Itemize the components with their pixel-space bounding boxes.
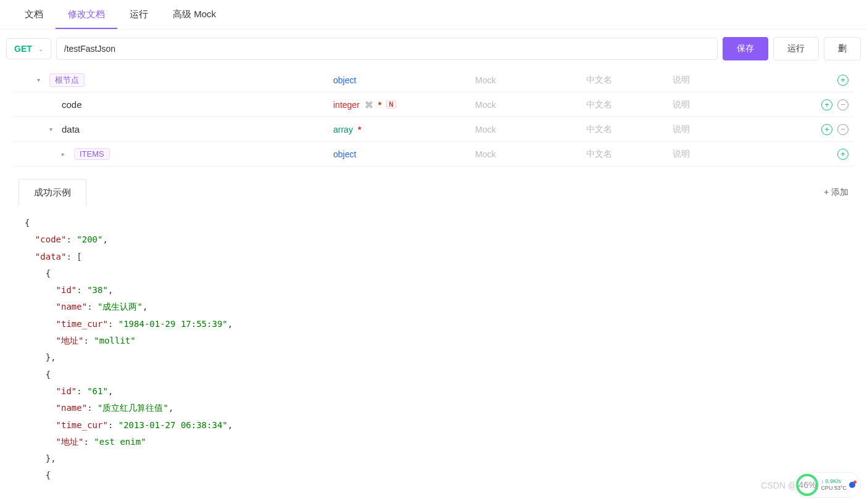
perf-monitor[interactable]: 46% ↓ 0.9K/s CPU 53°C [794, 472, 861, 493]
chevron-down-icon: ⌄ [38, 46, 43, 52]
tab-3[interactable]: 高级 Mock [160, 0, 228, 29]
mock-cell[interactable]: Mock [475, 125, 586, 134]
add-field-icon[interactable]: + [821, 124, 832, 135]
mock-cell[interactable]: Mock [475, 149, 586, 159]
schema-type[interactable]: array [333, 125, 353, 134]
http-method-value: GET [14, 44, 32, 54]
perf-indicator-icon [849, 482, 855, 488]
required-star-icon: * [378, 100, 381, 110]
schema-row: codeinteger⌘*NMock中文名说明+− [12, 93, 855, 117]
delete-button[interactable]: 删 [824, 37, 861, 60]
mock-cell[interactable]: Mock [475, 100, 586, 110]
tab-2[interactable]: 运行 [117, 0, 160, 29]
perf-stats: ↓ 0.9K/s CPU 53°C [821, 478, 847, 492]
example-tab[interactable]: 成功示例 [19, 179, 86, 206]
desc-cell[interactable]: 说明 [673, 99, 821, 110]
schema-row: ▾根节点objectMock中文名说明+ [12, 68, 855, 93]
desc-cell[interactable]: 说明 [673, 124, 821, 135]
http-method-select[interactable]: GET ⌄ [6, 38, 51, 59]
schema-row: ▸ITEMSobjectMock中文名说明+ [12, 142, 855, 167]
cnname-cell[interactable]: 中文名 [586, 149, 673, 160]
desc-cell[interactable]: 说明 [673, 149, 837, 160]
schema-type[interactable]: object [333, 75, 356, 85]
schema-field-name[interactable]: 根节点 [49, 73, 85, 87]
schema-field-name[interactable]: ITEMS [74, 148, 110, 160]
collapse-icon[interactable]: ▾ [49, 126, 58, 133]
top-tabs: 文档修改文档运行高级 Mock [0, 0, 867, 30]
expand-icon[interactable]: ▸ [62, 151, 70, 157]
schema-field-name[interactable]: data [62, 124, 80, 134]
tab-1[interactable]: 修改文档 [56, 0, 117, 29]
perf-gauge: 46% [796, 474, 818, 493]
add-field-icon[interactable]: + [821, 99, 832, 110]
desc-cell[interactable]: 说明 [673, 75, 837, 86]
schema-type[interactable]: integer [333, 100, 360, 110]
cnname-cell[interactable]: 中文名 [586, 99, 673, 110]
mock-cell[interactable]: Mock [475, 75, 586, 85]
schema-type[interactable]: object [333, 149, 356, 159]
collapse-icon[interactable]: ▾ [37, 76, 46, 83]
cnname-cell[interactable]: 中文名 [586, 124, 673, 135]
link-icon[interactable]: ⌘ [365, 100, 373, 110]
schema-row: ▾dataarray*Mock中文名说明+− [12, 117, 855, 142]
add-field-icon[interactable]: + [837, 75, 848, 86]
url-input[interactable] [56, 38, 718, 60]
tab-0[interactable]: 文档 [12, 0, 56, 29]
remove-field-icon[interactable]: − [837, 124, 848, 135]
save-button[interactable]: 保存 [723, 37, 768, 60]
request-toolbar: GET ⌄ 保存 运行 删 [0, 30, 867, 68]
remove-field-icon[interactable]: − [837, 99, 848, 110]
add-example-button[interactable]: + 添加 [824, 187, 848, 198]
nullable-badge: N [386, 101, 396, 109]
run-button[interactable]: 运行 [773, 37, 819, 60]
schema-field-name[interactable]: code [62, 99, 82, 110]
cnname-cell[interactable]: 中文名 [586, 75, 673, 86]
response-schema-table: ▾根节点objectMock中文名说明+codeinteger⌘*NMock中文… [0, 68, 867, 167]
example-json-code[interactable]: { "code": "200", "data": [ { "id": "38",… [0, 206, 867, 493]
example-header: 成功示例 + 添加 [0, 179, 867, 206]
add-field-icon[interactable]: + [837, 149, 848, 160]
required-star-icon: * [358, 125, 361, 134]
